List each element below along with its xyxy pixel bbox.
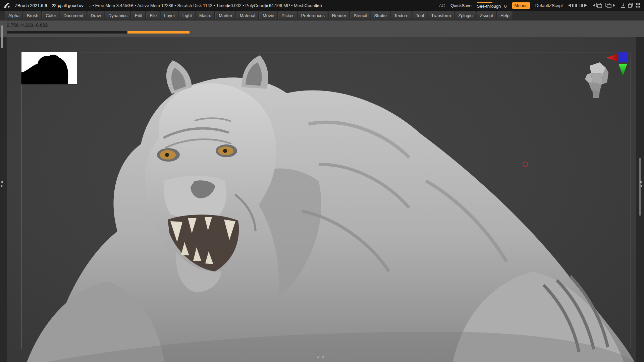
see-through-slider[interactable]: See-through 0 (477, 2, 507, 9)
menu-movie[interactable]: Movie (259, 11, 278, 19)
horizontal-scrollbar[interactable] (7, 31, 190, 34)
redo-history-icon[interactable] (580, 3, 588, 8)
scrollbar-tick (7, 34, 7, 37)
bottom-tray-close-arrow-icon[interactable] (321, 356, 325, 358)
canvas-document[interactable] (7, 37, 636, 362)
camera-gizmo-head[interactable] (585, 62, 608, 98)
sculpt-viewport-render[interactable] (7, 37, 636, 362)
status-strip: 0.756,-4.229,-0.682 (0, 20, 644, 37)
menu-render[interactable]: Render (329, 11, 350, 19)
document-title: 22 pj all good uv (52, 3, 84, 8)
ac-button[interactable]: AC (439, 3, 445, 8)
camera-gizmo-red-axis[interactable] (606, 54, 618, 62)
see-through-slider-fill (477, 2, 492, 3)
title-bar: ZBrush 2021.6.6 22 pj all good uv .. • F… (0, 0, 644, 11)
menu-preferences[interactable]: Preferences (298, 11, 328, 19)
camera-gizmo-blue-axis[interactable] (619, 52, 628, 62)
menu-stencil[interactable]: Stencil (350, 11, 370, 19)
menu-document[interactable]: Document (60, 11, 87, 19)
memory-stats: .. • Free Mem 3.445GB • Active Mem 12286… (89, 3, 322, 8)
menu-edit[interactable]: Edit (131, 11, 146, 19)
right-tray-open-arrow-icon[interactable] (640, 180, 642, 184)
menu-zscript[interactable]: Zscript (477, 11, 496, 19)
camera-gizmo-green-axis[interactable] (619, 64, 627, 76)
ui-grid-icon[interactable] (635, 3, 641, 8)
zbrush-logo-icon (3, 2, 11, 9)
menu-dynamics[interactable]: Dynamics (105, 11, 131, 19)
brush-cursor-ring (523, 162, 528, 167)
menu-material[interactable]: Material (236, 11, 259, 19)
menu-brush[interactable]: Brush (23, 11, 42, 19)
menu-transform[interactable]: Transform (428, 11, 454, 19)
default-zscript-button[interactable]: DefaultZScript (535, 3, 563, 8)
menu-marker[interactable]: Marker (215, 11, 235, 19)
menu-draw[interactable]: Draw (88, 11, 104, 19)
menu-tool[interactable]: Tool (413, 11, 427, 19)
menu-help[interactable]: Help (497, 11, 513, 19)
menu-layer[interactable]: Layer (161, 11, 178, 19)
menu-light[interactable]: Light (179, 11, 195, 19)
next-document-icon[interactable] (605, 3, 615, 8)
right-tray-close-arrow-icon[interactable] (640, 184, 642, 188)
menu-color[interactable]: Color (42, 11, 59, 19)
dock-ui-icon[interactable] (621, 3, 626, 8)
alpha-thumbnail[interactable] (21, 52, 77, 84)
canvas-area (0, 37, 644, 362)
camera-gizmo[interactable] (574, 50, 631, 104)
app-title: ZBrush 2021.6.6 (15, 3, 47, 8)
menu-macro[interactable]: Macro (196, 11, 215, 19)
menu-bar: AlphaBrushColorDocumentDrawDynamicsEditF… (0, 11, 644, 20)
menu-file[interactable]: File (146, 11, 160, 19)
prev-document-icon[interactable] (593, 3, 603, 8)
coordinates-readout: 0.756,-4.229,-0.682 (7, 22, 48, 28)
menu-texture[interactable]: Texture (391, 11, 412, 19)
quicksave-button[interactable]: QuickSave (450, 3, 472, 8)
menus-toggle-button[interactable]: Menus (512, 2, 530, 9)
see-through-label: See-through (477, 4, 501, 9)
left-tray-open-arrow-icon[interactable] (1, 184, 3, 188)
menu-alpha[interactable]: Alpha (5, 11, 23, 19)
restore-window-icon[interactable] (628, 3, 633, 8)
menu-picker[interactable]: Picker (278, 11, 297, 19)
horizontal-scrollbar-thumb[interactable] (127, 31, 190, 34)
menu-zplugin[interactable]: Zplugin (455, 11, 476, 19)
bottom-tray-open-arrow-icon[interactable] (317, 356, 320, 358)
see-through-value: 0 (504, 4, 506, 9)
left-tray-close-arrow-icon[interactable] (1, 180, 3, 184)
alpha-silhouette-icon (21, 52, 77, 84)
undo-history-icon[interactable] (568, 3, 578, 8)
left-tray-scrollbar-thumb[interactable] (1, 25, 3, 48)
menu-stroke[interactable]: Stroke (371, 11, 390, 19)
